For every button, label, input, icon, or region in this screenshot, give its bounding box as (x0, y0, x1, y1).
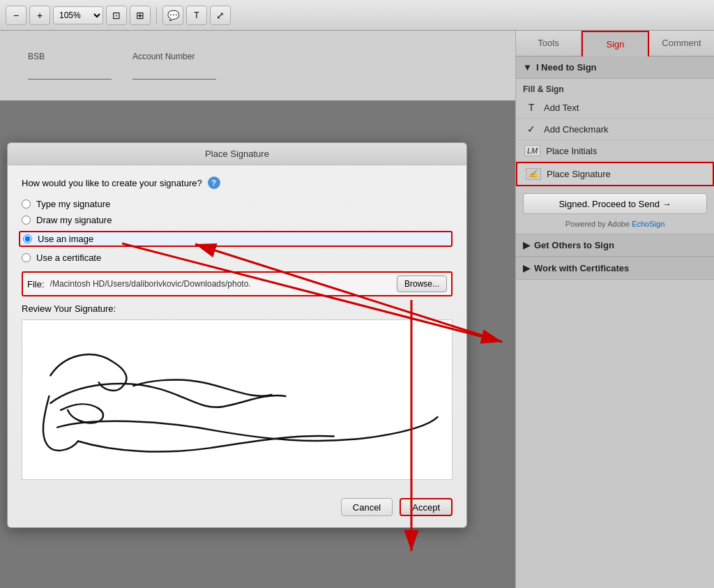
work-with-certificates-header[interactable]: ▶ Work with Certificates (516, 257, 714, 280)
draw-signature-option[interactable]: Draw my signature (22, 215, 453, 225)
file-label: File: (27, 279, 45, 289)
panel-tabs: Tools Sign Comment (516, 31, 714, 56)
proceed-to-send-label: Signed. Proceed to Send → (559, 199, 671, 209)
add-text-icon: T (524, 102, 538, 113)
place-signature-icon: ✍ (526, 168, 541, 180)
place-signature-label: Place Signature (547, 169, 611, 179)
signature-svg (22, 320, 452, 479)
add-checkmark-item[interactable]: ✓ Add Checkmark (516, 119, 714, 140)
triangle-right-icon-2: ▶ (523, 263, 530, 273)
use-image-label: Use an image (38, 234, 93, 244)
place-signature-dialog: Place Signature How would you like to cr… (7, 142, 467, 528)
echosign-link[interactable]: EchoSign (632, 220, 664, 228)
text-btn[interactable]: T (186, 6, 207, 25)
use-image-option[interactable]: Use an image (19, 231, 453, 247)
zoom-out-btn[interactable]: − (6, 6, 26, 25)
help-icon[interactable]: ? (208, 176, 220, 189)
use-certificate-label: Use a certificate (36, 252, 101, 263)
document-area: BSB Account Number Place Signature How w… (0, 31, 515, 588)
add-text-label: Add Text (544, 103, 579, 113)
right-panel: Tools Sign Comment ▼ I Need to Sign Fill… (515, 31, 714, 588)
zoom-in-btn[interactable]: + (29, 6, 50, 25)
dialog-overlay: Place Signature How would you like to cr… (0, 31, 515, 588)
i-need-to-sign-label: I Need to Sign (536, 62, 597, 73)
dialog-body: How would you like to create your signat… (8, 165, 466, 491)
zoom-select[interactable]: 105% 100% 75% 50% (53, 6, 103, 24)
tab-tools[interactable]: Tools (516, 31, 582, 56)
i-need-to-sign-header[interactable]: ▼ I Need to Sign (516, 56, 714, 79)
main-layout: BSB Account Number Place Signature How w… (0, 31, 714, 588)
toolbar-sep-1 (156, 7, 157, 24)
signature-preview (22, 319, 453, 480)
place-initials-icon: LM (524, 145, 540, 156)
tab-comment[interactable]: Comment (649, 31, 714, 56)
triangle-right-icon-1: ▶ (523, 240, 530, 250)
powered-by: Powered by Adobe EchoSign (516, 217, 714, 234)
panel-content: ▼ I Need to Sign Fill & Sign T Add Text … (516, 56, 714, 588)
use-certificate-option[interactable]: Use a certificate (22, 252, 453, 263)
work-certs-label: Work with Certificates (534, 263, 629, 273)
place-initials-label: Place Initials (546, 146, 597, 156)
accept-button[interactable]: Accept (400, 498, 453, 516)
add-checkmark-icon: ✓ (524, 123, 538, 135)
type-signature-option[interactable]: Type my signature (22, 199, 453, 209)
question-text: How would you like to create your signat… (22, 178, 202, 188)
dialog-title: Place Signature (8, 143, 466, 165)
expand-btn[interactable]: ⤢ (210, 6, 231, 25)
cancel-button[interactable]: Cancel (341, 498, 393, 516)
review-label: Review Your Signature: (22, 303, 453, 314)
place-signature-item[interactable]: ✍ Place Signature (516, 162, 714, 186)
fit-width-btn[interactable]: ⊞ (130, 6, 151, 25)
comment-btn[interactable]: 💬 (162, 6, 183, 25)
file-path: /Macintosh HD/Users/daliborivkovic/Downl… (50, 279, 391, 289)
dialog-question: How would you like to create your signat… (22, 176, 453, 189)
proceed-to-send-button[interactable]: Signed. Proceed to Send → (523, 193, 707, 214)
toolbar: − + 105% 100% 75% 50% ⊡ ⊞ 💬 T ⤢ (0, 0, 714, 31)
get-others-label: Get Others to Sign (534, 240, 614, 250)
place-initials-item[interactable]: LM Place Initials (516, 140, 714, 162)
fit-page-btn[interactable]: ⊡ (106, 6, 127, 25)
file-row: File: /Macintosh HD/Users/daliborivkovic… (22, 271, 453, 296)
fill-sign-label: Fill & Sign (516, 79, 714, 97)
draw-signature-label: Draw my signature (36, 215, 112, 225)
add-text-item[interactable]: T Add Text (516, 97, 714, 119)
type-signature-label: Type my signature (36, 199, 110, 209)
tab-sign[interactable]: Sign (582, 31, 649, 56)
dialog-footer: Cancel Accept (8, 491, 466, 527)
triangle-down-icon: ▼ (523, 62, 532, 73)
get-others-to-sign-header[interactable]: ▶ Get Others to Sign (516, 234, 714, 257)
add-checkmark-label: Add Checkmark (544, 124, 608, 135)
browse-button[interactable]: Browse... (397, 276, 447, 292)
